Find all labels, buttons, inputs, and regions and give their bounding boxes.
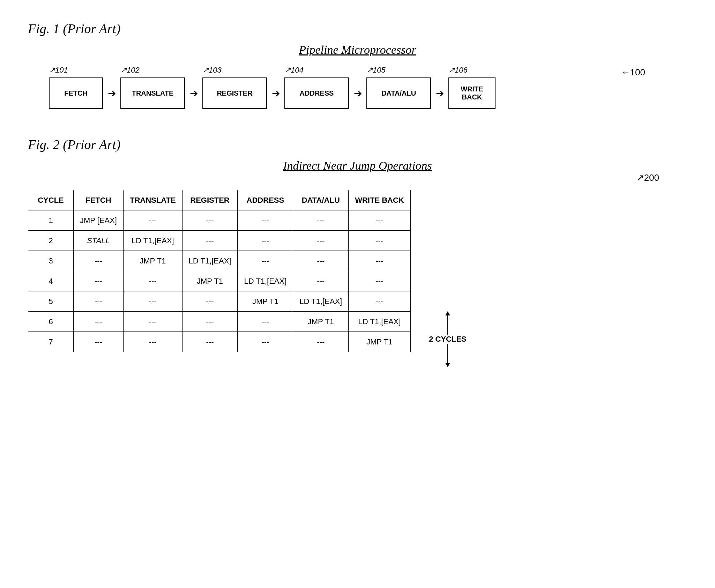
cell-r6-c7: LD T1,[EAX] xyxy=(349,312,411,332)
arrow-3: ➔ xyxy=(267,88,284,99)
stage-box-translate: TRANSLATE xyxy=(120,77,185,109)
arrow-line-up xyxy=(447,315,448,335)
cell-r2-c6: --- xyxy=(293,231,349,251)
cell-r1-c7: --- xyxy=(349,210,411,231)
table-row: 3---JMP T1LD T1,[EAX]--------- xyxy=(28,251,411,271)
cycles-label: 2 CYCLES xyxy=(429,335,467,344)
cell-r2-c2: STALL xyxy=(74,231,124,251)
ref-103: ↗103 xyxy=(202,66,222,75)
cell-r1-c6: --- xyxy=(293,210,349,231)
cell-r1-c2: JMP [EAX] xyxy=(74,210,124,231)
arrow-down xyxy=(445,363,450,367)
cell-r7-c4: --- xyxy=(182,332,238,352)
stage-box-fetch: FETCH xyxy=(49,77,103,109)
col-address: ADDRESS xyxy=(238,190,293,210)
fig2-title: Fig. 2 (Prior Art) xyxy=(28,137,687,152)
stage-box-writeback: WRITE BACK xyxy=(448,77,496,109)
pipeline-diagram: ↗101 FETCH ➔ ↗102 TRANSLATE ➔ ↗103 REGIS… xyxy=(49,77,687,109)
cell-r7-c2: --- xyxy=(74,332,124,352)
stage-writeback: ↗106 WRITE BACK xyxy=(448,77,496,109)
cell-r5-c4: --- xyxy=(182,291,238,312)
table-row: 4------JMP T1LD T1,[EAX]------ xyxy=(28,271,411,291)
cell-r7-c5: --- xyxy=(238,332,293,352)
cell-r5-c5: JMP T1 xyxy=(238,291,293,312)
arrow-4: ➔ xyxy=(349,88,366,99)
cell-r7-c6: --- xyxy=(293,332,349,352)
stage-dataalu: ↗105 DATA/ALU xyxy=(366,77,431,109)
cell-r1-c3: --- xyxy=(123,210,182,231)
fig2-subtitle: Indirect Near Jump Operations xyxy=(28,159,687,172)
cell-r4-c6: --- xyxy=(293,271,349,291)
stage-box-dataalu: DATA/ALU xyxy=(366,77,431,109)
cell-r4-c3: --- xyxy=(123,271,182,291)
page: Fig. 1 (Prior Art) Pipeline Microprocess… xyxy=(0,0,715,588)
cell-r6-c4: --- xyxy=(182,312,238,332)
cell-r6-c2: --- xyxy=(74,312,124,332)
pipeline-table: CYCLE FETCH TRANSLATE REGISTER ADDRESS D… xyxy=(28,190,411,352)
stage-box-address: ADDRESS xyxy=(284,77,349,109)
col-dataalu: DATA/ALU xyxy=(293,190,349,210)
cell-r6-c3: --- xyxy=(123,312,182,332)
table-row: 7---------------JMP T1 xyxy=(28,332,411,352)
table-row: 5---------JMP T1LD T1,[EAX]--- xyxy=(28,291,411,312)
cell-r4-c5: LD T1,[EAX] xyxy=(238,271,293,291)
col-writeback: WRITE BACK xyxy=(349,190,411,210)
col-cycle: CYCLE xyxy=(28,190,74,210)
cell-r3-c3: JMP T1 xyxy=(123,251,182,271)
table-header-row: CYCLE FETCH TRANSLATE REGISTER ADDRESS D… xyxy=(28,190,411,210)
cell-r3-c1: 3 xyxy=(28,251,74,271)
ref-106: ↗106 xyxy=(448,66,468,75)
ref-100: ←100 xyxy=(621,67,645,78)
stage-translate: ↗102 TRANSLATE xyxy=(120,77,185,109)
arrow-1: ➔ xyxy=(103,88,120,99)
cell-r3-c4: LD T1,[EAX] xyxy=(182,251,238,271)
fig1-subtitle: Pipeline Microprocessor xyxy=(28,43,687,57)
cell-r6-c5: --- xyxy=(238,312,293,332)
ref-102: ↗102 xyxy=(120,66,140,75)
stage-register: ↗103 REGISTER xyxy=(202,77,267,109)
cell-r1-c4: --- xyxy=(182,210,238,231)
stage-box-register: REGISTER xyxy=(202,77,267,109)
cell-r5-c6: LD T1,[EAX] xyxy=(293,291,349,312)
cell-r7-c3: --- xyxy=(123,332,182,352)
table-wrapper: CYCLE FETCH TRANSLATE REGISTER ADDRESS D… xyxy=(28,190,411,352)
table-row: 6------------JMP T1LD T1,[EAX] xyxy=(28,312,411,332)
cell-r1-c5: --- xyxy=(238,210,293,231)
cell-r2-c4: --- xyxy=(182,231,238,251)
col-fetch: FETCH xyxy=(74,190,124,210)
cell-r2-c3: LD T1,[EAX] xyxy=(123,231,182,251)
cell-r7-c1: 7 xyxy=(28,332,74,352)
ref-101: ↗101 xyxy=(49,66,68,75)
cell-r4-c4: JMP T1 xyxy=(182,271,238,291)
cell-r4-c2: --- xyxy=(74,271,124,291)
cell-r1-c1: 1 xyxy=(28,210,74,231)
table-row: 2STALLLD T1,[EAX]------------ xyxy=(28,231,411,251)
arrow-5: ➔ xyxy=(431,88,448,99)
fig1-title: Fig. 1 (Prior Art) xyxy=(28,21,687,36)
cell-r2-c1: 2 xyxy=(28,231,74,251)
cell-r3-c7: --- xyxy=(349,251,411,271)
arrow-up xyxy=(445,311,450,315)
ref-104: ↗104 xyxy=(284,66,304,75)
cell-r7-c7: JMP T1 xyxy=(349,332,411,352)
cell-r5-c2: --- xyxy=(74,291,124,312)
cell-r3-c5: --- xyxy=(238,251,293,271)
ref-200: ↗200 xyxy=(636,172,659,183)
stage-fetch: ↗101 FETCH xyxy=(49,77,103,109)
cell-r5-c7: --- xyxy=(349,291,411,312)
cell-r4-c1: 4 xyxy=(28,271,74,291)
stage-address: ↗104 ADDRESS xyxy=(284,77,349,109)
arrow-line-down xyxy=(447,344,448,363)
cell-r2-c7: --- xyxy=(349,231,411,251)
cell-r2-c5: --- xyxy=(238,231,293,251)
table-row: 1JMP [EAX]--------------- xyxy=(28,210,411,231)
col-translate: TRANSLATE xyxy=(123,190,182,210)
cell-r4-c7: --- xyxy=(349,271,411,291)
cell-r3-c6: --- xyxy=(293,251,349,271)
col-register: REGISTER xyxy=(182,190,238,210)
cell-r6-c1: 6 xyxy=(28,312,74,332)
cell-r5-c1: 5 xyxy=(28,291,74,312)
cell-r6-c6: JMP T1 xyxy=(293,312,349,332)
cell-r3-c2: --- xyxy=(74,251,124,271)
cell-r5-c3: --- xyxy=(123,291,182,312)
